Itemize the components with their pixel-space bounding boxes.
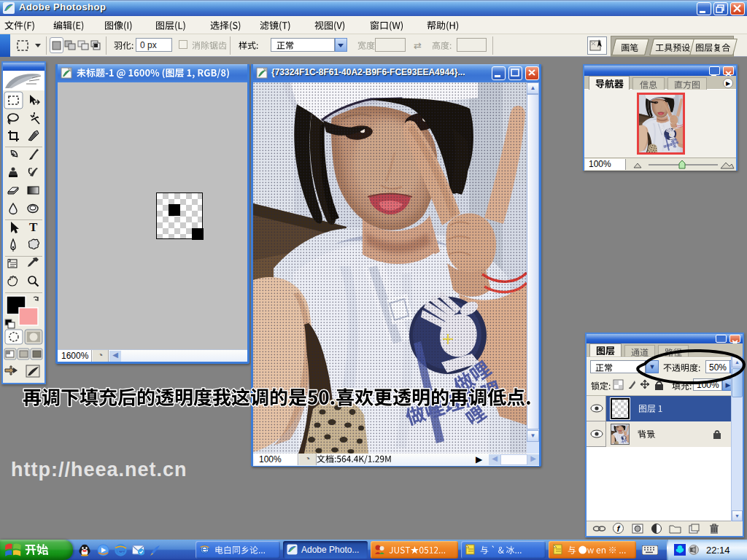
svg-text:T: T: [29, 220, 38, 234]
